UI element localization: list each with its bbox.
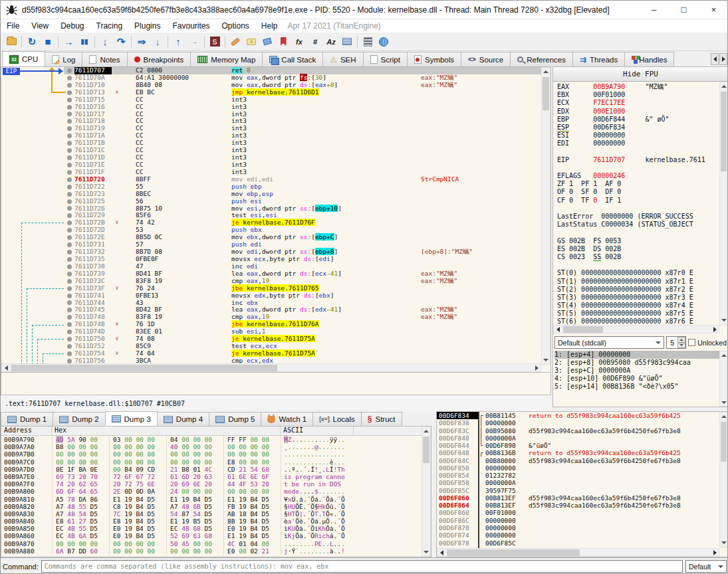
scrollbar-thumb[interactable] — [447, 549, 580, 556]
dump-row[interactable]: 00B9A7B000 00 00 0000 00 00 0000 00 00 0… — [1, 450, 431, 458]
tab-call-stack[interactable]: Call Stack — [262, 52, 323, 66]
menu-debug[interactable]: Debug — [55, 20, 90, 32]
breakpoint-dot-icon[interactable] — [64, 205, 74, 213]
tab-handles[interactable]: Handles — [624, 52, 674, 66]
register-row[interactable]: ST(0) 00000000000000000000 x87r0 E — [557, 269, 719, 277]
scroll-right-icon[interactable] — [711, 326, 719, 333]
breakpoint-dot-icon[interactable] — [64, 292, 74, 300]
dump-row[interactable]: 00B9A840E8 61 27 D5E8 19 B4 D5E1 19 B5 D… — [1, 518, 431, 525]
register-row[interactable]: ZF 1 PF 1 AF 0 — [557, 180, 719, 188]
dump-row[interactable]: 00B9A7D00E 1F BA 0E00 B4 09 CD21 B8 01 4… — [1, 466, 431, 473]
dump-row[interactable]: 00B9A7F074 20 62 6520 72 75 6E20 69 6E 2… — [1, 480, 431, 488]
register-row[interactable]: ST(4) 00000000000000000000 x87r4 E — [557, 302, 719, 310]
menu-file[interactable]: File — [1, 20, 25, 32]
register-row[interactable]: ST(3) 00000000000000000000 x87r3 E — [557, 294, 719, 302]
step-out-icon[interactable]: ↓ — [150, 35, 166, 49]
register-row[interactable] — [557, 229, 719, 237]
unlocked-checkbox[interactable] — [688, 339, 695, 346]
scrollbar-thumb[interactable] — [11, 365, 277, 371]
stack-vscrollbar[interactable] — [719, 412, 728, 547]
execute-till-return-icon[interactable]: ↑ — [170, 35, 186, 49]
tab-references[interactable]: References — [510, 52, 573, 66]
tab-log[interactable]: Log — [45, 52, 82, 66]
register-row[interactable]: EFLAGS 00000246 — [557, 172, 719, 180]
tab-scroll-right-icon[interactable] — [719, 53, 727, 65]
register-row[interactable]: ST(2) 00000000000000000000 x87r2 E — [557, 286, 719, 294]
tab-watch-1[interactable]: Watch 1 — [261, 412, 313, 426]
register-row[interactable] — [557, 164, 719, 172]
breakpoint-dot-icon[interactable] — [64, 227, 74, 234]
scroll-up-icon[interactable] — [720, 351, 727, 359]
scroll-left-icon[interactable] — [437, 549, 445, 556]
spinner-up-icon[interactable] — [677, 337, 685, 343]
register-row[interactable]: CF 0 TF 0 IF 1 — [557, 197, 719, 205]
breakpoint-dot-icon[interactable] — [64, 111, 74, 118]
scrollbar-thumb[interactable] — [563, 326, 603, 333]
breakpoint-dot-icon[interactable] — [64, 241, 74, 248]
tab-threads[interactable]: ⇉Threads — [572, 52, 625, 66]
hash-icon[interactable]: # — [307, 35, 323, 49]
dump-row[interactable]: 00B9A8806A B7 DD 6000 00 00 0000 00 00 0… — [1, 547, 431, 555]
dump-vscrollbar[interactable] — [422, 427, 431, 557]
dump-row[interactable]: 00B9A850EC 4B 55 D5E0 19 B4 D5EC 4B 68 D… — [1, 525, 431, 532]
breakpoint-dot-icon[interactable] — [64, 140, 74, 147]
scroll-down-icon[interactable] — [422, 548, 430, 556]
open-file-icon[interactable] — [3, 35, 19, 49]
spinner-down-icon[interactable] — [677, 343, 685, 349]
breakpoint-dot-icon[interactable] — [64, 328, 74, 335]
disassembly-vscrollbar[interactable] — [541, 67, 550, 365]
breakpoint-dot-icon[interactable] — [64, 74, 74, 82]
breakpoint-dot-icon[interactable] — [64, 191, 74, 198]
breakpoint-dot-icon[interactable] — [64, 306, 74, 314]
case-icon[interactable]: Az — [323, 35, 339, 49]
registers-hscrollbar[interactable] — [553, 325, 719, 334]
stack-row[interactable]: 00D6F86000B813EFd55f983c994caa160ec63a59… — [437, 494, 728, 502]
register-row[interactable]: ECX F7EC17EE — [557, 99, 719, 107]
tab-struct[interactable]: §Struct — [361, 412, 402, 426]
register-row[interactable]: EIP 7611D707 kernelbase.7611 — [557, 156, 719, 164]
breakpoint-dot-icon[interactable] — [64, 300, 74, 307]
dump-row[interactable]: 00B9A830A7 48 54 D57C 19 B4 D554 87 54 D… — [1, 510, 431, 518]
scroll-left-icon[interactable] — [2, 364, 10, 371]
stack-row[interactable]: 00D6F86800F01000 — [437, 509, 728, 516]
scroll-down-icon[interactable] — [720, 399, 727, 406]
stack-row[interactable]: 00D6F85C39597F75 — [437, 487, 728, 494]
breakpoint-dot-icon[interactable] — [64, 104, 74, 111]
argument-row[interactable]: 5: [esp+14] 00B8136B "<ðè?\x05" — [554, 383, 719, 391]
stack-row[interactable]: 00D6F83C│00B95080d55f983c994caa160ec63a5… — [437, 427, 728, 434]
pause-icon[interactable]: ▮▮ — [76, 35, 92, 49]
scroll-down-icon[interactable] — [720, 539, 727, 547]
menu-favourites[interactable]: Favourites — [166, 20, 215, 32]
scrollbar-thumb[interactable] — [423, 436, 429, 463]
register-row[interactable]: CS 0023 SS 002B — [557, 253, 719, 261]
stack-row[interactable]: 00D6F87800D6F85C — [437, 539, 728, 547]
tab-symbols[interactable]: Symbols — [407, 52, 461, 66]
command-mode-dropdown[interactable]: Default — [685, 560, 727, 573]
dump-row[interactable]: 00B9A860EC 4B 6A D5E0 19 B4 D552 69 63 6… — [1, 532, 431, 539]
tab-dump-2[interactable]: Dump 2 — [53, 412, 105, 426]
calculator-icon[interactable] — [360, 35, 376, 49]
stack-row[interactable]: 00D6F84C00B80000d55f983c994caa160ec63a59… — [437, 457, 728, 464]
scroll-right-icon[interactable] — [533, 364, 541, 371]
trace-into-icon[interactable]: → — [186, 35, 202, 49]
register-row[interactable]: ST(1) 00000000000000000000 x87r1 E — [557, 278, 719, 286]
dump-row[interactable]: 00B9A8006D 6F 64 652E 0D 0D 0A24 00 00 0… — [1, 488, 431, 495]
argument-row[interactable]: 1: [esp+4] 00000000 — [554, 351, 719, 359]
register-row[interactable]: EBP 00D6F844 &" øÖ" — [557, 116, 719, 124]
stack-row[interactable]: 00D6F86C00000000 — [437, 517, 728, 524]
breakpoint-dot-icon[interactable] — [64, 256, 74, 263]
disasm-row[interactable]: 7611D7238BECmov ebp,esp — [1, 191, 541, 198]
breakpoint-dot-icon[interactable] — [64, 132, 74, 140]
breakpoint-dot-icon[interactable] — [64, 314, 74, 321]
disasm-row[interactable]: 7611D715CCint3 — [1, 96, 541, 104]
stack-row[interactable]: 00D6F834┌00B81145return to d55f983c994ca… — [437, 412, 728, 419]
register-row[interactable]: ST(5) 00000000000000000000 x87r5 E — [557, 310, 719, 318]
tab-dump-4[interactable]: Dump 4 — [157, 412, 209, 426]
breakpoint-dot-icon[interactable] — [64, 183, 74, 191]
minimize-button[interactable]: – — [639, 1, 669, 19]
tab-memory-map[interactable]: Memory Map — [190, 52, 263, 66]
calling-convention-dropdown[interactable]: Default (stdcall) — [554, 336, 664, 349]
argument-count-spinner[interactable]: 5 — [666, 336, 686, 349]
label-icon[interactable] — [259, 35, 275, 49]
breakpoint-dot-icon[interactable] — [64, 161, 74, 169]
